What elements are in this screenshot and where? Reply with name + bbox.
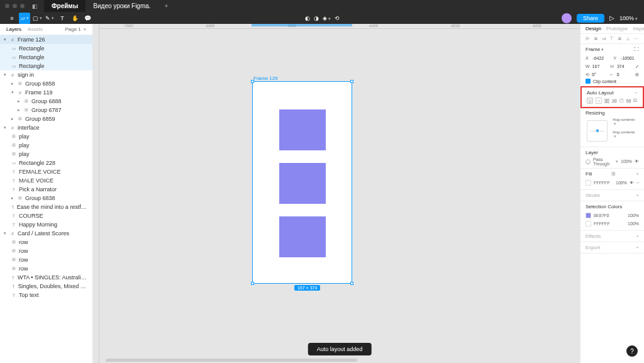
layer-play[interactable]: ⊞play [0, 132, 92, 141]
tab-active[interactable]: Фреймы [44, 0, 86, 12]
layer-play[interactable]: ⊞play [0, 141, 92, 150]
selected-frame[interactable] [252, 81, 352, 284]
radius-input[interactable]: 0 [617, 72, 633, 77]
design-tab[interactable]: Design [586, 26, 601, 31]
fill-style-button[interactable]: ⊞ [611, 171, 616, 177]
corners-icon[interactable]: ⊞ [635, 72, 639, 77]
layer-row[interactable]: ⊞row [0, 238, 92, 247]
resize-handle-br[interactable] [350, 282, 353, 285]
horizontal-scrollbar[interactable] [106, 359, 357, 362]
stroke-add-button[interactable]: + [636, 193, 639, 198]
inspect-tab[interactable]: Inspect [633, 26, 644, 31]
direction-horizontal-button[interactable]: → [596, 98, 602, 104]
component-icon[interactable]: ◈▾ [323, 15, 331, 21]
tab-secondary[interactable]: Видео уроки Figma. [86, 0, 158, 12]
mask-icon[interactable]: ◐ [305, 15, 310, 21]
fit-icon[interactable]: ⛶ [634, 47, 639, 52]
resize-w-select[interactable]: Hug contents ▾ [613, 118, 639, 126]
canvas-rectangle[interactable] [279, 163, 326, 204]
y-input[interactable]: -18501 [621, 56, 639, 60]
x-input[interactable]: -6422 [592, 56, 611, 60]
align-right-icon[interactable]: ⫤ [601, 36, 607, 42]
layer-interface[interactable]: ▾#interface [0, 123, 92, 132]
visibility-icon[interactable]: 👁 [635, 159, 639, 164]
blend-icon[interactable]: ◯ [586, 159, 591, 164]
selcolor-swatch[interactable] [586, 221, 591, 226]
w-input[interactable]: 167 [592, 64, 608, 69]
layer-group[interactable]: ▸⊞Group 6888 [0, 97, 92, 106]
layers-tab[interactable]: Layers [6, 26, 21, 32]
page-selector[interactable]: Page 1 ▾ [65, 26, 86, 32]
layer-play[interactable]: ⊞play [0, 150, 92, 159]
layer-rect[interactable]: ▭Rectangle [0, 44, 92, 53]
align-hcenter-icon[interactable]: ≑ [594, 36, 599, 42]
rotation-input[interactable]: 0° [592, 72, 608, 77]
align-top-icon[interactable]: ⊤ [609, 36, 615, 42]
layer-text[interactable]: TCOURSE [0, 211, 92, 220]
resizing-control[interactable] [587, 120, 608, 142]
figma-logo-icon[interactable]: ◧ [32, 3, 38, 9]
link-icon[interactable]: ⤢ [635, 64, 639, 69]
visibility-icon[interactable]: 👁 [630, 181, 634, 185]
pen-tool[interactable]: ✎▾ [44, 13, 55, 24]
layer-text[interactable]: TFEMALE VOICE [0, 167, 92, 176]
layer-rect[interactable]: ▭Rectangle [0, 62, 92, 70]
menu-button[interactable]: ≡ [6, 13, 18, 24]
share-button[interactable]: Share [577, 14, 604, 23]
export-add-button[interactable]: + [636, 245, 639, 250]
boolean-icon[interactable]: ◑ [314, 15, 319, 21]
layer-group[interactable]: ▸⊞Group 6787 [0, 106, 92, 114]
blend-select[interactable]: Pass Through [593, 157, 612, 166]
frame-tool[interactable]: ▢▾ [31, 13, 43, 24]
fill-color-swatch[interactable] [586, 180, 591, 186]
move-tool[interactable]: ▱▾ [19, 13, 30, 24]
hand-tool[interactable]: ✋ [69, 13, 80, 24]
canvas-rectangle[interactable] [279, 216, 326, 257]
layer-text[interactable]: TPick a Narrator [0, 185, 92, 194]
effects-add-button[interactable]: + [636, 233, 639, 239]
layer-row[interactable]: ⊞row [0, 264, 92, 273]
comment-tool[interactable]: 💬 [82, 13, 93, 24]
help-button[interactable]: ? [626, 345, 638, 357]
fill-hex-input[interactable]: FFFFFF [594, 181, 610, 185]
layer-text[interactable]: TSingles, Doubles, Mixed Doubles [0, 282, 92, 291]
layer-signin[interactable]: ▾#sign in [0, 70, 92, 79]
canvas-rectangle[interactable] [279, 109, 326, 150]
layer-text[interactable]: TMALE VOICE [0, 176, 92, 185]
resize-handle-bl[interactable] [251, 282, 254, 285]
resize-handle-tl[interactable] [251, 80, 254, 83]
align-left-icon[interactable]: ⊫ [586, 36, 591, 42]
clip-checkbox[interactable] [586, 79, 591, 84]
reset-icon[interactable]: ⟲ [335, 15, 340, 21]
layer-rect228[interactable]: ▭Rectangle 228 [0, 159, 92, 167]
distribute-icon[interactable]: ⋯ [633, 36, 639, 42]
remove-fill-button[interactable]: − [636, 181, 639, 185]
zoom-level[interactable]: 100%▾ [619, 15, 638, 21]
assets-tab[interactable]: Assets [28, 26, 43, 32]
layer-group[interactable]: ▸⊞Group 6858 [0, 79, 92, 88]
resize-h-select[interactable]: Hug contents ▾ [613, 130, 639, 139]
fill-add-button[interactable]: + [636, 171, 639, 177]
layer-text[interactable]: TWTA • SINGLES: Australia Open, hard [0, 273, 92, 282]
autolayout-remove-button[interactable]: − [635, 90, 638, 96]
layer-rect[interactable]: ▭Rectangle [0, 53, 92, 62]
opacity-input[interactable]: 100% [621, 159, 632, 164]
layer-text[interactable]: THappy Morning [0, 220, 92, 229]
layer-frame126[interactable]: ▾#Frame 126 [0, 35, 92, 44]
align-bottom-icon[interactable]: ⊥ [626, 36, 631, 42]
layer-frame119[interactable]: ▾#Frame 119 [0, 88, 92, 97]
layer-row[interactable]: ⊞row [0, 255, 92, 264]
prototype-tab[interactable]: Prototype [606, 26, 628, 31]
tab-add-button[interactable]: + [158, 3, 175, 9]
layer-text[interactable]: TEase the mind into a restful night's sl… [0, 203, 92, 211]
layer-card-scores[interactable]: ▾#Card / Latest Scores [0, 229, 92, 238]
text-tool[interactable]: T [57, 13, 68, 24]
traffic-lights[interactable] [5, 4, 25, 8]
canvas[interactable]: -7000 -6800 -6600 -6400 -6200 -6000 Fram… [99, 24, 580, 363]
layer-text[interactable]: TTop text [0, 291, 92, 299]
canvas-frame-label[interactable]: Frame 126 [253, 75, 278, 81]
layer-row[interactable]: ⊞row [0, 247, 92, 255]
fill-opacity-input[interactable]: 100% [616, 181, 627, 185]
present-button[interactable]: ▷ [609, 14, 614, 21]
alignment-button[interactable]: ⊡ [633, 98, 637, 103]
